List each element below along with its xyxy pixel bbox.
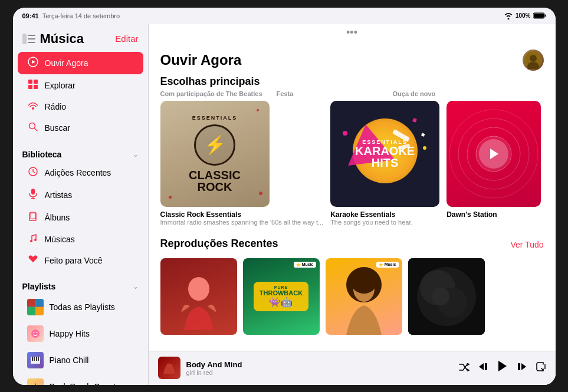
card-classic-rock[interactable]: ESSENTIALS ⚡ CLASSIC ROCK bbox=[160, 101, 324, 226]
avatar[interactable] bbox=[523, 50, 544, 71]
repeat-button[interactable] bbox=[536, 362, 546, 374]
playlist-thumb-todas bbox=[27, 299, 44, 315]
category-label-0: Com participação de The Beatles bbox=[160, 90, 270, 97]
sidebar-item-todas-playlists[interactable]: Todas as Playlists bbox=[18, 294, 143, 320]
recent-card-1[interactable]: Music PURE THROWBACK 👾🤖 bbox=[243, 258, 320, 335]
svg-point-35 bbox=[530, 55, 537, 62]
library-section-header: Biblioteca ⌄ bbox=[13, 144, 148, 162]
svg-rect-3 bbox=[22, 34, 27, 44]
library-section: Adições Recentes Artistas bbox=[13, 162, 148, 276]
svg-rect-40 bbox=[412, 118, 417, 123]
recent-plays-label: Reproduções Recentes bbox=[160, 238, 278, 250]
sidebar-item-feito-para-voce[interactable]: Feito para Você bbox=[18, 251, 143, 271]
sidebar-label-explorar: Explorar bbox=[45, 81, 75, 90]
sidebar-item-happy-hits[interactable]: Happy Hits bbox=[18, 321, 143, 347]
sidebar-item-piano-chill[interactable]: Piano Chill bbox=[18, 347, 143, 373]
svg-line-15 bbox=[34, 128, 37, 131]
svg-rect-30 bbox=[32, 357, 33, 361]
library-title: Biblioteca bbox=[22, 150, 62, 159]
sidebar-item-ouvir-agora[interactable]: Ouvir Agora bbox=[18, 52, 143, 74]
backward-icon bbox=[478, 362, 488, 371]
sidebar-label-piano-chill: Piano Chill bbox=[50, 355, 89, 365]
svg-point-25 bbox=[34, 239, 37, 241]
category-label-2: Ouça de novo bbox=[393, 90, 487, 97]
library-chevron-icon[interactable]: ⌄ bbox=[133, 150, 139, 159]
playlist-thumb-piano bbox=[27, 352, 44, 368]
next-button[interactable] bbox=[517, 362, 527, 374]
mini-player: Body And Mind girl in red bbox=[149, 351, 556, 385]
category-labels-row: Com participação de The Beatles Festa Ou… bbox=[160, 90, 544, 97]
sidebar-item-musicas[interactable]: Músicas bbox=[18, 229, 143, 250]
card-karaoke[interactable]: ESSENTIALS KARAOKE HITS Karaoke Essentia… bbox=[330, 101, 439, 226]
app-container: Música Editar Ouvir Agora bbox=[13, 24, 556, 385]
main-content: ••• Ouvir Agora Escolhas principais bbox=[149, 24, 556, 385]
album-icon bbox=[27, 212, 39, 223]
play-pause-button[interactable] bbox=[497, 360, 508, 376]
mic-icon bbox=[27, 189, 39, 202]
karaoke-caption-sub: The songs you need to hear. bbox=[330, 219, 439, 226]
edit-button[interactable]: Editar bbox=[115, 34, 138, 44]
karaoke-caption-title: Karaoke Essentials bbox=[330, 210, 439, 219]
karaoke-caption: Karaoke Essentials The songs you need to… bbox=[330, 207, 439, 226]
main-header: Ouvir Agora bbox=[149, 41, 556, 75]
svg-point-28 bbox=[36, 332, 37, 333]
svg-point-13 bbox=[32, 107, 34, 110]
previous-button[interactable] bbox=[478, 362, 488, 374]
sidebar-title: Música bbox=[40, 31, 84, 47]
sidebar-item-albuns[interactable]: Álbuns bbox=[18, 207, 143, 228]
recent-plays-header: Reproduções Recentes Ver Tudo bbox=[160, 238, 544, 252]
mini-player-info: Body And Mind girl in red bbox=[186, 360, 453, 376]
playlists-section: Todas as Playlists Happy Hits bbox=[13, 294, 148, 385]
classic-rock-caption-sub: Immortal radio smashes spanning the '60s… bbox=[160, 219, 324, 226]
apple-music-badge-2: Music bbox=[376, 262, 399, 268]
sidebar-item-artistas[interactable]: Artistas bbox=[18, 184, 143, 206]
sidebar-toggle-icon[interactable] bbox=[22, 34, 35, 44]
svg-line-18 bbox=[33, 172, 35, 173]
svg-point-57 bbox=[432, 288, 449, 305]
recent-card-0[interactable] bbox=[160, 258, 237, 335]
svg-marker-58 bbox=[479, 363, 484, 370]
play-icon bbox=[497, 360, 508, 373]
playlist-thumb-back bbox=[27, 378, 44, 385]
mini-player-artist: girl in red bbox=[186, 369, 453, 376]
status-left: 09:41 Terça-feira 14 de setembro bbox=[22, 12, 120, 19]
sidebar-item-adicoes-recentes[interactable]: Adições Recentes bbox=[18, 162, 143, 183]
svg-rect-33 bbox=[38, 357, 39, 361]
see-all-button[interactable]: Ver Tudo bbox=[510, 240, 543, 249]
card-dawns-station[interactable]: Dawn's Station bbox=[446, 101, 541, 219]
svg-point-42 bbox=[343, 131, 347, 136]
three-dots-menu[interactable]: ••• bbox=[149, 24, 556, 41]
sidebar-label-albuns: Álbuns bbox=[45, 213, 70, 222]
svg-rect-4 bbox=[28, 35, 35, 36]
svg-rect-31 bbox=[34, 357, 35, 361]
svg-marker-61 bbox=[521, 363, 526, 370]
classic-rock-subtitle: ROCK bbox=[198, 181, 232, 193]
recent-card-3[interactable] bbox=[408, 258, 485, 335]
classic-rock-caption-title: Classic Rock Essentials bbox=[160, 210, 324, 219]
svg-rect-9 bbox=[28, 80, 32, 84]
station-play-button[interactable] bbox=[479, 139, 508, 169]
shuffle-button[interactable] bbox=[459, 362, 469, 374]
classic-rock-artwork: ESSENTIALS ⚡ CLASSIC ROCK bbox=[160, 101, 270, 207]
status-bar: 09:41 Terça-feira 14 de setembro 100% bbox=[13, 8, 556, 24]
svg-point-52 bbox=[351, 270, 377, 294]
mini-player-thumb bbox=[158, 357, 180, 379]
recent-card-2[interactable]: Music bbox=[326, 258, 402, 335]
svg-point-27 bbox=[33, 332, 34, 333]
sidebar-header: Música Editar bbox=[13, 24, 148, 51]
station-artwork bbox=[446, 101, 541, 207]
heart-icon bbox=[27, 255, 39, 266]
sidebar-item-buscar[interactable]: Buscar bbox=[18, 117, 143, 139]
classic-rock-title: CLASSIC bbox=[189, 169, 241, 181]
playlists-chevron-icon[interactable]: ⌄ bbox=[133, 282, 139, 291]
sidebar-label-adicoes: Adições Recentes bbox=[45, 168, 111, 177]
sidebar-item-explorar[interactable]: Explorar bbox=[18, 75, 143, 96]
sidebar-item-radio[interactable]: Rádio bbox=[18, 97, 143, 117]
sidebar: Música Editar Ouvir Agora bbox=[13, 24, 149, 385]
svg-point-24 bbox=[30, 240, 32, 242]
shuffle-icon bbox=[459, 363, 469, 371]
badge-text-2: Music bbox=[385, 262, 396, 266]
svg-marker-60 bbox=[498, 361, 507, 371]
sidebar-item-back-porch[interactable]: Back Porch Country bbox=[18, 374, 143, 385]
sidebar-label-happy-hits: Happy Hits bbox=[50, 329, 90, 338]
